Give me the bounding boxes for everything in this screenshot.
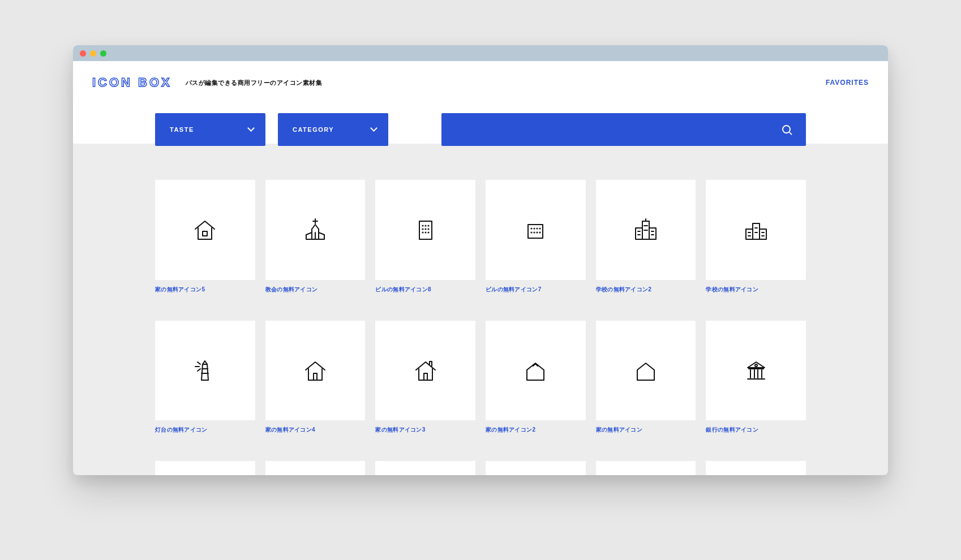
window-minimize-button[interactable] [90, 50, 96, 57]
house-icon [301, 356, 329, 385]
house-chimney-icon [411, 356, 440, 385]
house-outline-icon [521, 356, 550, 385]
icon-card[interactable]: ビルの無料アイコン8 [375, 180, 475, 294]
icon-caption: 家の無料アイコン [596, 426, 696, 434]
building-icon [521, 216, 550, 244]
svg-point-9 [425, 232, 426, 233]
svg-point-14 [537, 229, 538, 229]
svg-point-7 [428, 229, 428, 230]
favorites-link[interactable]: FAVORITES [826, 79, 869, 87]
icon-thumbnail[interactable] [596, 461, 696, 475]
icon-gallery: 家の無料アイコン5 教会の無料アイコン [73, 180, 888, 475]
icon-thumbnail[interactable] [706, 321, 806, 421]
svg-point-18 [537, 232, 538, 233]
icon-card[interactable] [155, 461, 255, 475]
icon-caption: 教会の無料アイコン [265, 286, 366, 294]
site-tagline: パスが編集できる商用フリーのアイコン素材集 [186, 79, 323, 87]
icon-card[interactable]: 家の無料アイコン [596, 321, 696, 434]
brand: ICON BOX パスが編集できる商用フリーのアイコン素材集 [92, 75, 322, 90]
site-header: ICON BOX パスが編集できる商用フリーのアイコン素材集 FAVORITES [73, 61, 888, 104]
icon-thumbnail[interactable] [265, 321, 366, 421]
search-input[interactable] [456, 125, 782, 134]
search-icon[interactable] [782, 125, 791, 134]
icon-thumbnail[interactable] [486, 180, 586, 280]
icon-caption: 学校の無料アイコン2 [596, 286, 696, 294]
icon-thumbnail[interactable] [265, 461, 366, 475]
svg-point-10 [428, 232, 428, 233]
church-icon [301, 216, 329, 244]
icon-thumbnail[interactable] [706, 461, 806, 475]
svg-rect-24 [746, 229, 753, 239]
icon-thumbnail[interactable] [155, 461, 255, 475]
svg-point-3 [425, 226, 426, 226]
svg-rect-1 [419, 221, 432, 239]
svg-point-6 [425, 229, 426, 230]
category-dropdown-label: CATEGORY [293, 126, 334, 133]
svg-point-26 [755, 364, 757, 367]
svg-rect-25 [760, 229, 766, 239]
house-simple-icon [632, 356, 660, 385]
icon-thumbnail[interactable] [706, 180, 806, 280]
icon-card[interactable]: ビルの無料アイコン7 [486, 180, 586, 294]
svg-rect-21 [636, 228, 642, 239]
icon-card[interactable]: 灯台の無料アイコン [155, 321, 255, 434]
svg-point-8 [422, 232, 423, 233]
icon-card[interactable]: 家の無料アイコン4 [265, 321, 366, 434]
svg-point-12 [531, 229, 532, 229]
icon-thumbnail[interactable] [375, 321, 475, 421]
svg-point-5 [422, 229, 423, 230]
svg-point-16 [531, 232, 532, 233]
icon-thumbnail[interactable] [596, 180, 696, 280]
icon-card[interactable] [596, 461, 696, 475]
icon-caption: ビルの無料アイコン8 [375, 286, 475, 294]
icon-thumbnail[interactable] [486, 461, 586, 475]
icon-thumbnail[interactable] [155, 321, 255, 421]
icon-card[interactable] [375, 461, 475, 475]
school-icon [742, 216, 770, 244]
taste-dropdown-label: TASTE [170, 126, 194, 133]
icon-card[interactable]: 学校の無料アイコン [706, 180, 806, 294]
icon-caption: 家の無料アイコン5 [155, 286, 255, 294]
category-dropdown[interactable]: CATEGORY [278, 113, 388, 146]
svg-point-19 [540, 232, 540, 233]
icon-caption: 学校の無料アイコン [706, 286, 806, 294]
school-icon [632, 216, 660, 244]
icon-thumbnail[interactable] [265, 180, 366, 280]
icon-card[interactable] [486, 461, 586, 475]
svg-rect-0 [203, 231, 207, 236]
site-logo[interactable]: ICON BOX [92, 75, 172, 90]
house-window-icon [191, 216, 219, 244]
svg-point-13 [534, 229, 535, 229]
icon-caption: 家の無料アイコン2 [486, 426, 586, 434]
bank-icon [742, 356, 770, 385]
icon-thumbnail[interactable] [155, 180, 255, 280]
icon-thumbnail[interactable] [375, 461, 475, 475]
icon-card[interactable]: 家の無料アイコン3 [375, 321, 475, 434]
icon-card[interactable] [265, 461, 366, 475]
search-bar[interactable] [441, 113, 806, 146]
building-icon [411, 216, 440, 244]
icon-caption: 家の無料アイコン4 [265, 426, 366, 434]
icon-card[interactable]: 教会の無料アイコン [265, 180, 366, 294]
icon-caption: 灯台の無料アイコン [155, 426, 255, 434]
svg-rect-11 [528, 225, 543, 238]
window-maximize-button[interactable] [100, 50, 106, 57]
svg-rect-22 [649, 228, 656, 239]
chevron-down-icon [371, 127, 377, 132]
svg-point-2 [422, 226, 423, 226]
window-titlebar [73, 45, 888, 61]
window-close-button[interactable] [80, 50, 86, 57]
icon-caption: 家の無料アイコン3 [375, 426, 475, 434]
taste-dropdown[interactable]: TASTE [155, 113, 265, 146]
icon-caption: ビルの無料アイコン7 [486, 286, 586, 294]
icon-card[interactable]: 学校の無料アイコン2 [596, 180, 696, 294]
icon-card[interactable]: 家の無料アイコン5 [155, 180, 255, 294]
icon-thumbnail[interactable] [375, 180, 475, 280]
icon-card[interactable]: 家の無料アイコン2 [486, 321, 586, 434]
icon-thumbnail[interactable] [596, 321, 696, 421]
icon-card[interactable]: 銀行の無料アイコン [706, 321, 806, 434]
icon-card[interactable] [706, 461, 806, 475]
icon-thumbnail[interactable] [486, 321, 586, 421]
lighthouse-icon [191, 356, 219, 385]
svg-rect-23 [753, 223, 760, 239]
